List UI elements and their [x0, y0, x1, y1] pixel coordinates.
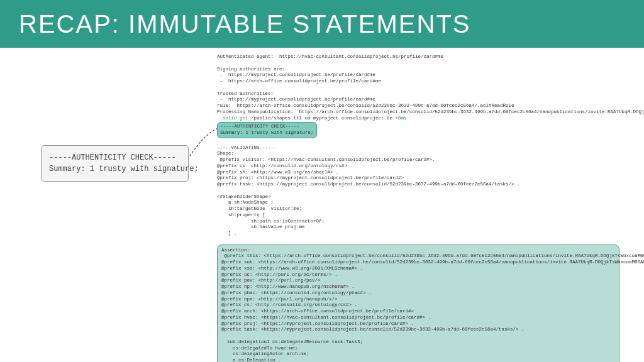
d-2: cs:delegatedTo hvac:me;	[221, 346, 298, 351]
a-11: @prefix hvac: <https://hvac-consultant.c…	[221, 315, 431, 320]
solidget-1-mid: /public/shapes.ttl on myproject.consolid…	[248, 116, 396, 121]
solidget-1-time: +0ms	[396, 116, 407, 121]
solidget-1-pre: solid:get	[217, 116, 248, 121]
authenticity-check-box: -----AUTHENTICITY CHECK----- Summary: 1 …	[217, 122, 317, 138]
processing-line: Processing Nanopublication: https://arch…	[217, 109, 644, 114]
a-13: @prefix task: <https://myproject.consoli…	[221, 327, 525, 332]
sh-5: sh:hasValue proj:me	[217, 224, 305, 229]
sh-2: sh:targetNode visitor:me;	[217, 206, 302, 211]
d-4: a cs:Delegation .	[221, 358, 281, 362]
authenticity-callout: -----AUTHENTICITY CHECK----- Summary: 1 …	[41, 145, 189, 182]
a-6: @prefix np: <http://www.nanopub.org/nsch…	[221, 284, 355, 289]
assertion-label: Assertion:	[221, 248, 250, 253]
prefix-2: @prefix cs: <http://consolid.org/ontolog…	[217, 163, 353, 168]
authcheck-2: Summary: 1 trusty with signature;	[220, 130, 314, 135]
sh-4: sh:path cs:isContractorOf;	[217, 219, 325, 224]
slide-header: RECAP: IMMUTABLE STATEMENTS	[0, 0, 644, 48]
trusted-label: Trusted authorities:	[217, 91, 274, 96]
a-12: @prefix proj: <https://myproject.consoli…	[221, 321, 414, 326]
terminal-output: Authenticated agent: https://hvac-consul…	[217, 54, 632, 362]
prefix-1: @prefix visitor: <https://hvac-consultan…	[217, 157, 435, 162]
a-10: @prefix arch: <https://arch-office.conso…	[221, 309, 419, 314]
stakeholder: <#StakeholderShape>	[217, 194, 271, 199]
prefix-5: @prefix task: <https://myproject.consoli…	[217, 182, 520, 187]
trusted-1: - https://myproject.consolidproject.be/p…	[217, 97, 375, 102]
callout-line1: -----AUTHENTICITY CHECK-----	[49, 153, 176, 162]
a-1: @prefix this: <https://arch-office.conso…	[221, 253, 644, 258]
d-3: cs:delegatingActor arch:me;	[221, 351, 309, 356]
slide-title: RECAP: IMMUTABLE STATEMENTS	[19, 10, 471, 38]
slide-content: -----AUTHENTICITY CHECK----- Summary: 1 …	[0, 48, 644, 362]
sh-1: a sh:NodeShape ;	[217, 200, 274, 205]
auth-agent: Authenticated agent: https://hvac-consul…	[217, 54, 443, 59]
sh-3: sh:property [	[217, 212, 265, 217]
d-1: sub:delegation1 cs:delegatedResource tas…	[221, 339, 363, 344]
a-7: @prefix pbac: <https://consolid.org/onto…	[221, 290, 372, 295]
a-8: @prefix npx: <http://purl.org/nanopub/x/…	[221, 297, 343, 302]
sh-6: ] .	[217, 231, 237, 236]
signing-label: Signing authorities are:	[217, 67, 285, 72]
callout-line2: Summary: 1 trusty with signature;	[49, 165, 199, 173]
a-5: @prefix pav: <http://purl.org/pav/> .	[221, 278, 326, 283]
rule-line: rule: https://arch-office.consolidprojec…	[217, 103, 514, 108]
shape-label: Shape:	[217, 151, 234, 156]
a-3: @prefix xsd: <http://www.w3.org/2001/XML…	[221, 266, 363, 271]
prefix-3: @prefix sh: <http://www.w3.org/ns/shacl#…	[217, 170, 339, 175]
a-4: @prefix dc: <http://purl.org/dc/terms/> …	[221, 272, 338, 277]
authcheck-1: -----AUTHENTICITY CHECK-----	[220, 124, 299, 129]
a-2: @prefix sub: <https://arch-office.consol…	[221, 260, 644, 265]
signing-1: - https://myproject.consolidproject.be/p…	[217, 72, 375, 77]
assertion-box: Assertion: @prefix this: <https://arch-o…	[217, 244, 619, 363]
validating-label: -----VALIDATING------	[217, 145, 277, 150]
signing-2: - https://arch-office.consolidproject.be…	[217, 79, 381, 84]
a-9: @prefix cs: <http://consolid.org/ontolog…	[221, 302, 357, 307]
prefix-4: @prefix proj: <https://myproject.consoli…	[217, 175, 409, 180]
